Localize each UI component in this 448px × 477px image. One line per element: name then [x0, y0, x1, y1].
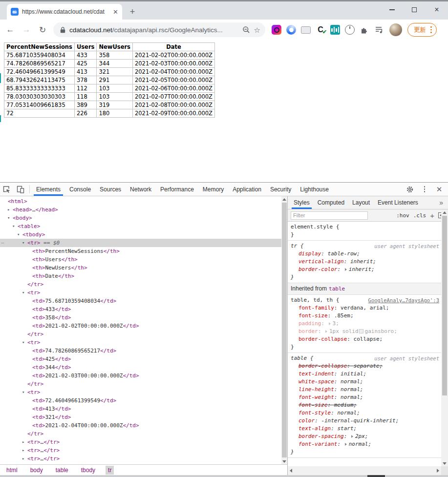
styles-tab-event-listeners[interactable]: Event Listeners	[374, 196, 422, 209]
css-property[interactable]: font-style: normal;	[291, 409, 439, 417]
css-property[interactable]: border-color: inherit;	[291, 266, 439, 273]
css-property[interactable]: white-space: normal;	[291, 378, 439, 386]
scroll-left-icon[interactable]	[290, 469, 292, 473]
css-property[interactable]: font-size: .85em;	[291, 312, 439, 320]
check-extension-icon[interactable]: C✔	[316, 25, 325, 35]
scroll-right-icon[interactable]	[437, 469, 439, 473]
css-property[interactable]: line-height: normal;	[291, 386, 439, 394]
expand-value-icon[interactable]	[345, 268, 347, 271]
expand-value-icon[interactable]	[325, 330, 327, 333]
css-property[interactable]: font-size: medium;	[291, 401, 439, 409]
tree-line[interactable]: ▾<body>	[0, 214, 281, 222]
tree-line[interactable]: <td>72.46049661399549</td>	[0, 396, 281, 405]
devtools-menu-icon[interactable]	[418, 186, 431, 192]
expand-arrow-icon[interactable]: ▸	[22, 455, 24, 463]
breadcrumb-item-tbody[interactable]: tbody	[79, 466, 98, 475]
tree-line[interactable]: <td>433</td>	[0, 305, 281, 313]
stylesheet-link[interactable]: GoogleAnaly…7daysAgo':3	[368, 296, 439, 304]
collapse-arrow-icon[interactable]: ▾	[17, 230, 20, 239]
forward-button[interactable]: →	[21, 25, 32, 35]
tree-line[interactable]: ▾<tr>	[0, 388, 281, 396]
expand-arrow-icon[interactable]: ▸	[22, 446, 24, 455]
scroll-up-icon[interactable]	[281, 196, 287, 202]
tree-line[interactable]: <td>358</td>	[0, 313, 281, 322]
css-property[interactable]: border: 1px solidgainsboro;	[291, 328, 439, 335]
tree-line[interactable]: ▸<head>…</head>	[0, 206, 281, 214]
media-playlist-icon[interactable]	[374, 25, 384, 35]
styles-tab-styles[interactable]: Styles	[290, 196, 314, 209]
styles-horizontal-scrollbar[interactable]	[288, 466, 441, 475]
minimize-button[interactable]	[381, 1, 403, 18]
css-property[interactable]: color: -internal-quirk-inherit;	[291, 417, 439, 425]
tree-line[interactable]: ▾<tr>	[0, 338, 281, 347]
scrollbar-thumb[interactable]	[442, 216, 447, 395]
expand-value-icon[interactable]	[329, 322, 331, 325]
rule-selector[interactable]: table	[291, 355, 307, 361]
hover-toggle-button[interactable]: :hov	[396, 212, 409, 219]
screenshot-extension-icon[interactable]	[301, 25, 311, 35]
collapse-arrow-icon[interactable]: ▾	[12, 222, 15, 230]
css-property[interactable]: border-spacing: 2px;	[291, 433, 439, 440]
maximize-button[interactable]	[403, 1, 426, 18]
tree-line[interactable]: <th>NewUsers</th>	[0, 264, 281, 272]
tree-line[interactable]: </tr>	[0, 280, 281, 289]
grid-extension-icon[interactable]	[330, 25, 340, 35]
css-property[interactable]: display: table-row;	[291, 250, 439, 258]
collapse-arrow-icon[interactable]: ▾	[7, 214, 10, 222]
css-property[interactable]: padding: 3;	[291, 320, 439, 328]
more-tabs-icon[interactable]: »	[434, 196, 448, 209]
color-swatch[interactable]	[359, 329, 363, 333]
tree-line[interactable]: ▸<tr>…</tr>	[0, 446, 281, 455]
expand-value-icon[interactable]	[351, 435, 353, 438]
css-property[interactable]: text-indent: initial;	[291, 370, 439, 378]
expand-arrow-icon[interactable]: ▸	[22, 438, 24, 446]
css-property[interactable]: font-family: verdana, arial;	[291, 304, 439, 312]
close-window-button[interactable]: ×	[426, 1, 448, 18]
gear-icon[interactable]	[403, 186, 417, 193]
tree-line[interactable]: <th>Users</th>	[0, 255, 281, 264]
tree-line[interactable]: <td>413</td>	[0, 405, 281, 413]
devtools-tab-network[interactable]: Network	[126, 183, 156, 196]
css-property[interactable]: border-collapse: collapse;	[291, 335, 439, 343]
tree-line[interactable]: </tr>	[0, 380, 281, 388]
devtools-tab-memory[interactable]: Memory	[198, 183, 228, 196]
tree-line[interactable]: <td>344</td>	[0, 363, 281, 372]
scroll-up-icon[interactable]	[441, 209, 448, 215]
devtools-tab-security[interactable]: Security	[266, 183, 296, 196]
inherited-node-link[interactable]: table	[329, 286, 345, 292]
filter-input[interactable]	[291, 211, 368, 220]
styles-tab-computed[interactable]: Computed	[314, 196, 348, 209]
new-style-rule-icon[interactable]: +	[430, 211, 434, 220]
camera-extension-icon[interactable]	[272, 25, 281, 35]
tree-line[interactable]: <td>425</td>	[0, 355, 281, 363]
device-toolbar-icon[interactable]	[14, 183, 27, 196]
update-menu-button[interactable]: 更新	[407, 23, 437, 37]
tree-line[interactable]: <td>75.68710359408034</td>	[0, 297, 281, 305]
lock-icon[interactable]	[60, 27, 65, 33]
devtools-tab-performance[interactable]: Performance	[156, 183, 198, 196]
extensions-puzzle-icon[interactable]	[360, 25, 369, 35]
circle-extension-icon[interactable]	[286, 25, 296, 35]
tree-line[interactable]: <td>74.78260869565217</td>	[0, 347, 281, 355]
css-property[interactable]: font-weight: normal;	[291, 394, 439, 401]
expand-arrow-icon[interactable]: ▸	[7, 206, 10, 214]
elements-scrollbar[interactable]	[281, 196, 287, 464]
breadcrumb-item-body[interactable]: body	[28, 466, 45, 475]
tree-line[interactable]: ▸<tr>…</tr>	[0, 455, 281, 463]
collapse-arrow-icon[interactable]: ▾	[22, 338, 24, 347]
reload-button[interactable]: ↻	[37, 25, 48, 35]
css-property[interactable]: vertical-align: inherit;	[291, 258, 439, 266]
collapse-arrow-icon[interactable]: ▾	[22, 289, 24, 297]
tree-line[interactable]: ▾<tbody>	[0, 230, 281, 239]
scroll-down-icon[interactable]	[441, 460, 448, 466]
tree-line[interactable]: ▸<tr>…</tr>	[0, 438, 281, 446]
bookmark-star-icon[interactable]: ☆	[254, 26, 260, 34]
tree-line[interactable]: ▾<table>	[0, 222, 281, 230]
tree-line[interactable]: <td>2021-02-02T00:00:00.000Z</td>	[0, 322, 281, 330]
scrollbar-thumb[interactable]	[282, 203, 287, 457]
tab-close-icon[interactable]: ✕	[113, 9, 118, 15]
browser-tab[interactable]: https://www.cdatacloud.net/cdat ✕	[7, 4, 122, 20]
collapse-arrow-icon[interactable]: ▾	[22, 388, 24, 396]
devtools-close-icon[interactable]: ✕	[432, 185, 446, 194]
breadcrumb-item-html[interactable]: html	[4, 466, 20, 475]
